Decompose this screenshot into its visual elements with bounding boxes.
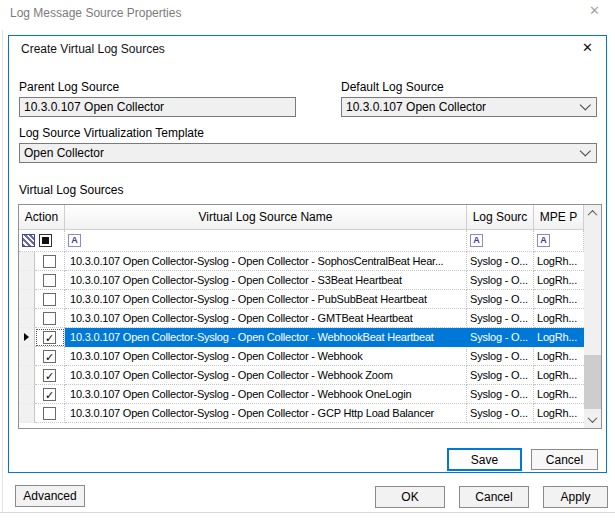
row-log-source-cell[interactable]: Syslog - O... — [467, 404, 534, 423]
filter-cell-action — [19, 230, 65, 252]
virtual-log-sources-grid: Action Virtual Log Source Name Log Sourc… — [18, 204, 602, 429]
scrollbar-thumb[interactable] — [584, 355, 601, 409]
row-log-source-cell[interactable]: Syslog - O... — [467, 290, 534, 309]
row-checkbox[interactable] — [43, 293, 56, 306]
template-label: Log Source Virtualization Template — [19, 126, 204, 140]
row-checkbox-cell[interactable]: ✓ — [35, 328, 65, 347]
row-name-cell[interactable]: 10.3.0.107 Open Collector-Syslog - Open … — [65, 347, 467, 366]
row-log-source-cell[interactable]: Syslog - O... — [467, 252, 534, 271]
dialog-cancel-button[interactable]: Cancel — [531, 449, 598, 470]
uncheck-all-checkbox-icon[interactable] — [39, 234, 52, 247]
row-checkbox[interactable]: ✓ — [43, 369, 56, 382]
table-row[interactable]: ✓ 10.3.0.107 Open Collector-Syslog - Ope… — [19, 347, 601, 366]
row-checkbox[interactable] — [43, 312, 56, 325]
row-mpe-cell[interactable]: LogRh... — [534, 347, 584, 366]
row-selector[interactable] — [19, 385, 35, 404]
row-checkbox-cell[interactable]: ✓ — [35, 385, 65, 404]
row-log-source-cell[interactable]: Syslog - O... — [467, 328, 534, 347]
scroll-up-icon[interactable] — [584, 205, 601, 222]
column-header-action[interactable]: Action — [19, 205, 65, 230]
row-checkbox-cell[interactable] — [35, 271, 65, 290]
row-name-cell[interactable]: 10.3.0.107 Open Collector-Syslog - Open … — [65, 271, 467, 290]
filter-cell-name: A — [65, 230, 467, 252]
cancel-button[interactable]: Cancel — [459, 486, 529, 508]
row-name-cell[interactable]: 10.3.0.107 Open Collector-Syslog - Open … — [65, 252, 467, 271]
column-header-log-source[interactable]: Log Sourc — [467, 205, 534, 230]
row-mpe-cell[interactable]: LogRh... — [534, 366, 584, 385]
check-all-checkbox-icon[interactable] — [22, 234, 35, 247]
filter-icon[interactable]: A — [470, 234, 483, 247]
row-checkbox[interactable] — [43, 407, 56, 420]
table-row[interactable]: 10.3.0.107 Open Collector-Syslog - Open … — [19, 290, 601, 309]
row-checkbox[interactable]: ✓ — [43, 331, 56, 344]
table-row[interactable]: ✓ 10.3.0.107 Open Collector-Syslog - Ope… — [19, 366, 601, 385]
window-close-icon[interactable]: ✕ — [589, 3, 600, 18]
scroll-down-icon[interactable] — [584, 411, 601, 428]
row-mpe-cell[interactable]: LogRh... — [534, 385, 584, 404]
window-left-edge — [2, 30, 3, 513]
table-row[interactable]: 10.3.0.107 Open Collector-Syslog - Open … — [19, 271, 601, 290]
row-checkbox[interactable]: ✓ — [43, 388, 56, 401]
row-selector[interactable] — [19, 328, 35, 347]
row-selector[interactable] — [19, 290, 35, 309]
filter-cell-log-source: A — [467, 230, 534, 252]
template-select[interactable]: Open Collector — [19, 143, 597, 163]
row-mpe-cell[interactable]: LogRh... — [534, 290, 584, 309]
row-log-source-cell[interactable]: Syslog - O... — [467, 347, 534, 366]
apply-button[interactable]: Apply — [543, 486, 608, 508]
row-checkbox[interactable] — [43, 274, 56, 287]
filter-icon[interactable]: A — [68, 234, 81, 247]
row-selector[interactable] — [19, 366, 35, 385]
ok-button[interactable]: OK — [375, 486, 445, 508]
advanced-button[interactable]: Advanced — [15, 485, 85, 507]
save-button[interactable]: Save — [447, 448, 522, 471]
row-name-cell[interactable]: 10.3.0.107 Open Collector-Syslog - Open … — [65, 309, 467, 328]
row-name-cell[interactable]: 10.3.0.107 Open Collector-Syslog - Open … — [65, 385, 467, 404]
table-row[interactable]: ✓ 10.3.0.107 Open Collector-Syslog - Ope… — [19, 328, 601, 347]
row-selector[interactable] — [19, 347, 35, 366]
row-checkbox-cell[interactable] — [35, 404, 65, 423]
dialog-close-icon[interactable]: ✕ — [582, 40, 593, 55]
column-header-name[interactable]: Virtual Log Source Name — [65, 205, 467, 230]
column-header-mpe[interactable]: MPE P — [534, 205, 584, 230]
row-selector[interactable] — [19, 309, 35, 328]
row-name-cell[interactable]: 10.3.0.107 Open Collector-Syslog - Open … — [65, 328, 467, 347]
row-mpe-cell[interactable]: LogRh... — [534, 252, 584, 271]
row-log-source-cell[interactable]: Syslog - O... — [467, 271, 534, 290]
row-selector[interactable] — [19, 271, 35, 290]
row-checkbox[interactable] — [43, 255, 56, 268]
grid-body: 10.3.0.107 Open Collector-Syslog - Open … — [19, 252, 601, 423]
row-log-source-cell[interactable]: Syslog - O... — [467, 366, 534, 385]
row-name-cell[interactable]: 10.3.0.107 Open Collector-Syslog - Open … — [65, 290, 467, 309]
row-mpe-cell[interactable]: LogRh... — [534, 309, 584, 328]
filter-icon[interactable]: A — [537, 234, 550, 247]
row-checkbox-cell[interactable]: ✓ — [35, 366, 65, 385]
parent-log-source-label: Parent Log Source — [19, 80, 119, 94]
row-checkbox-cell[interactable] — [35, 309, 65, 328]
table-row[interactable]: ✓ 10.3.0.107 Open Collector-Syslog - Ope… — [19, 385, 601, 404]
row-name-cell[interactable]: 10.3.0.107 Open Collector-Syslog - Open … — [65, 404, 467, 423]
vertical-scrollbar[interactable] — [584, 205, 601, 428]
filter-cell-mpe: A — [534, 230, 584, 252]
default-log-source-value: 10.3.0.107 Open Collector — [346, 100, 486, 114]
row-name-cell[interactable]: 10.3.0.107 Open Collector-Syslog - Open … — [65, 366, 467, 385]
row-mpe-cell[interactable]: LogRh... — [534, 404, 584, 423]
row-log-source-cell[interactable]: Syslog - O... — [467, 309, 534, 328]
default-log-source-select[interactable]: 10.3.0.107 Open Collector — [341, 97, 597, 117]
table-row[interactable]: 10.3.0.107 Open Collector-Syslog - Open … — [19, 252, 601, 271]
row-mpe-cell[interactable]: LogRh... — [534, 271, 584, 290]
table-row[interactable]: 10.3.0.107 Open Collector-Syslog - Open … — [19, 404, 601, 423]
row-mpe-cell[interactable]: LogRh... — [534, 328, 584, 347]
row-selector[interactable] — [19, 404, 35, 423]
window-bottom-edge — [0, 512, 615, 513]
default-log-source-label: Default Log Source — [341, 80, 444, 94]
row-log-source-cell[interactable]: Syslog - O... — [467, 385, 534, 404]
row-selector[interactable] — [19, 252, 35, 271]
row-checkbox-cell[interactable]: ✓ — [35, 347, 65, 366]
table-row[interactable]: 10.3.0.107 Open Collector-Syslog - Open … — [19, 309, 601, 328]
row-checkbox[interactable]: ✓ — [43, 350, 56, 363]
row-checkbox-cell[interactable] — [35, 252, 65, 271]
row-checkbox-cell[interactable] — [35, 290, 65, 309]
dialog-title: Create Virtual Log Sources — [21, 42, 165, 56]
virtual-log-sources-label: Virtual Log Sources — [19, 183, 124, 197]
